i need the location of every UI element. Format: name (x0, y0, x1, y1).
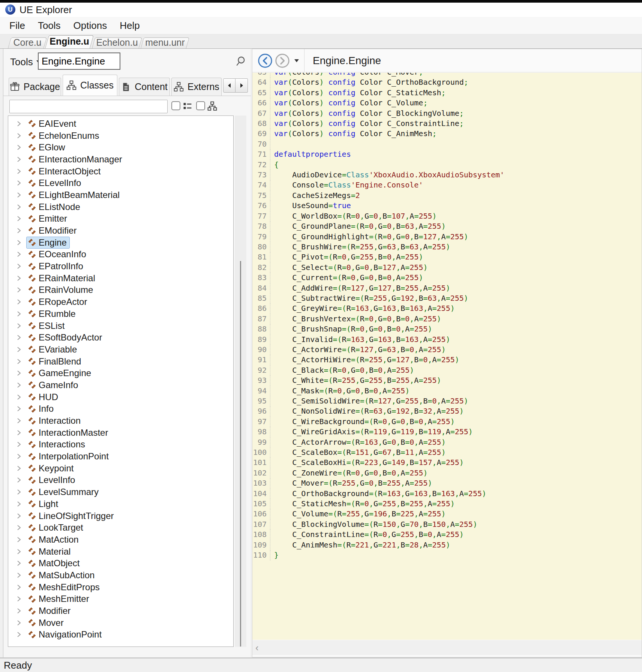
expand-chevron-icon[interactable] (15, 168, 22, 175)
code-line-83[interactable]: 83 C_Current=(R=0,G=0,B=0,A=255) (252, 273, 642, 283)
tree-item-erainmaterial[interactable]: ERainMaterial (8, 272, 233, 284)
tab-classes[interactable]: Classes (63, 75, 117, 96)
tree-item-matobject[interactable]: MatObject (8, 557, 233, 569)
expand-chevron-icon[interactable] (15, 595, 22, 603)
code-line-64[interactable]: 64var(Colors) config Color C_OrthoBackgr… (252, 77, 642, 87)
tree-item-gameengine[interactable]: GameEngine (8, 367, 233, 379)
code-line-82[interactable]: 82 C_Select=(R=0,G=0,B=127,A=255) (252, 262, 642, 273)
tree-item-mesheditprops[interactable]: MeshEditProps (8, 581, 233, 593)
code-line-102[interactable]: 102 C_ZoneWire=(R=0,G=0,B=0,A=255) (252, 468, 642, 478)
expand-chevron-icon[interactable] (15, 619, 22, 627)
expand-chevron-icon[interactable] (15, 250, 22, 258)
tree-item-interpolationpoint[interactable]: InterpolationPoint (8, 450, 233, 462)
code-line-71[interactable]: 71defaultproperties (252, 149, 642, 159)
tree-item-esoftbodyactor[interactable]: ESoftBodyActor (8, 332, 233, 344)
flat-list-view-checkbox[interactable] (171, 101, 180, 110)
tab-echelon-u[interactable]: Echelon.u (93, 38, 141, 48)
tree-item-modifier[interactable]: Modifier (8, 605, 233, 617)
tree-item-echelonenums[interactable]: EchelonEnums (8, 130, 233, 142)
expand-chevron-icon[interactable] (15, 298, 22, 306)
code-line-78[interactable]: 78 C_GroundPlane=(R=0,G=0,B=63,A=255) (252, 221, 642, 231)
expand-chevron-icon[interactable] (15, 512, 22, 520)
tree-item-meshemitter[interactable]: MeshEmitter (8, 593, 233, 605)
tree-item-elevelinfo[interactable]: ELevelInfo (8, 177, 233, 189)
expand-chevron-icon[interactable] (15, 322, 22, 330)
tab-externs[interactable]: Externs (171, 78, 222, 96)
tree-item-eslist[interactable]: ESList (8, 320, 233, 332)
tree-item-interactions[interactable]: Interactions (8, 439, 233, 451)
code-line-99[interactable]: 99 C_ActorArrow=(R=163,G=0,B=0,A=255) (252, 437, 642, 447)
expand-chevron-icon[interactable] (15, 310, 22, 318)
code-line-81[interactable]: 81 C_Pivot=(R=0,G=255,B=0,A=255) (252, 252, 642, 262)
tree-item-levelinfo[interactable]: LevelInfo (8, 474, 233, 486)
decompiled-code-view[interactable]: 63var(Colors) config Color C_Mover;64var… (252, 73, 642, 640)
code-line-109[interactable]: 109 C_AnimMesh=(R=221,G=221,B=28,A=255) (252, 540, 642, 550)
tree-vertical-scrollbar[interactable] (235, 116, 246, 647)
tree-item-engine[interactable]: Engine (8, 237, 233, 249)
code-line-66[interactable]: 66var(Colors) config Color C_Volume; (252, 98, 642, 108)
code-line-76[interactable]: 76 UseSound=true (252, 201, 642, 211)
tree-item-looktarget[interactable]: LookTarget (8, 522, 233, 534)
tree-item-mataction[interactable]: MatAction (8, 534, 233, 546)
code-line-65[interactable]: 65var(Colors) config Color C_StaticMesh; (252, 88, 642, 98)
menu-file[interactable]: File (3, 18, 32, 33)
code-line-89[interactable]: 89 C_Invalid=(R=163,G=163,B=163,A=255) (252, 334, 642, 345)
tree-item-epatrolinfo[interactable]: EPatrolInfo (8, 260, 233, 272)
navigate-back-button[interactable] (258, 53, 273, 68)
code-line-110[interactable]: 110} (252, 550, 642, 560)
code-line-70[interactable]: 70 (252, 139, 642, 149)
tree-item-mover[interactable]: Mover (8, 617, 233, 629)
expand-chevron-icon[interactable] (15, 358, 22, 365)
tab-package[interactable]: Package (9, 78, 61, 96)
scroll-tabs-right-button[interactable] (236, 78, 248, 93)
expand-chevron-icon[interactable] (15, 524, 22, 531)
expand-chevron-icon[interactable] (15, 286, 22, 294)
expand-chevron-icon[interactable] (15, 500, 22, 508)
tree-item-emitter[interactable]: Emitter (8, 213, 233, 225)
tree-item-keypoint[interactable]: Keypoint (8, 462, 233, 474)
expand-chevron-icon[interactable] (15, 548, 22, 555)
tree-item-erainvolume[interactable]: ERainVolume (8, 284, 233, 296)
menu-options[interactable]: Options (67, 18, 114, 33)
tab-menu-unr[interactable]: menu.unr (142, 38, 188, 48)
navigate-forward-button[interactable] (275, 53, 290, 68)
search-button[interactable] (234, 54, 249, 69)
code-line-68[interactable]: 68var(Colors) config Color C_ConstraintL… (252, 118, 642, 129)
tree-item-interactionmaster[interactable]: InteractionMaster (8, 427, 233, 439)
code-line-63[interactable]: 63var(Colors) config Color C_Mover; (252, 73, 642, 77)
expand-chevron-icon[interactable] (15, 179, 22, 187)
class-filter-input[interactable] (9, 100, 168, 113)
code-line-96[interactable]: 96 C_NonSolidWire=(R=63,G=192,B=32,A=255… (252, 406, 642, 416)
tree-item-gameinfo[interactable]: GameInfo (8, 379, 233, 391)
tree-item-lineofsighttrigger[interactable]: LineOfSightTrigger (8, 510, 233, 522)
menu-help[interactable]: Help (113, 18, 146, 33)
scroll-left-arrow-icon[interactable]: ‹ (255, 642, 259, 654)
expand-chevron-icon[interactable] (15, 156, 22, 163)
code-horizontal-scrollbar[interactable]: ‹ (252, 640, 642, 655)
expand-chevron-icon[interactable] (15, 215, 22, 222)
tree-item-eoceaninfo[interactable]: EOceanInfo (8, 249, 233, 261)
expand-chevron-icon[interactable] (15, 584, 22, 591)
expand-chevron-icon[interactable] (15, 488, 22, 496)
tree-item-emodifier[interactable]: EModifier (8, 225, 233, 237)
tree-item-eaievent[interactable]: EAIEvent (8, 118, 233, 130)
tree-item-levelsummary[interactable]: LevelSummary (8, 486, 233, 498)
scrollbar-thumb[interactable] (240, 261, 241, 646)
expand-chevron-icon[interactable] (15, 417, 22, 424)
code-line-67[interactable]: 67var(Colors) config Color C_BlockingVol… (252, 108, 642, 118)
code-line-91[interactable]: 91 C_ActorHiWire=(R=255,G=127,B=0,A=255) (252, 355, 642, 365)
code-line-77[interactable]: 77 C_WorldBox=(R=0,G=0,B=107,A=255) (252, 211, 642, 221)
scroll-tabs-left-button[interactable] (223, 78, 236, 93)
code-line-104[interactable]: 104 C_OrthoBackground=(R=163,G=163,B=163… (252, 489, 642, 499)
expand-chevron-icon[interactable] (15, 132, 22, 140)
code-line-94[interactable]: 94 C_Mask=(R=0,G=0,B=0,A=255) (252, 386, 642, 396)
expand-chevron-icon[interactable] (15, 441, 22, 448)
hierarchy-view-checkbox[interactable] (196, 101, 205, 110)
tree-item-material[interactable]: Material (8, 546, 233, 558)
code-line-73[interactable]: 73 AudioDevice=Class'XboxAudio.XboxAudio… (252, 170, 642, 180)
tree-item-matsubaction[interactable]: MatSubAction (8, 569, 233, 581)
expand-chevron-icon[interactable] (15, 334, 22, 341)
expand-chevron-icon[interactable] (15, 476, 22, 484)
code-line-87[interactable]: 87 C_BrushVertex=(R=0,G=0,B=0,A=255) (252, 314, 642, 324)
expand-chevron-icon[interactable] (15, 262, 22, 270)
